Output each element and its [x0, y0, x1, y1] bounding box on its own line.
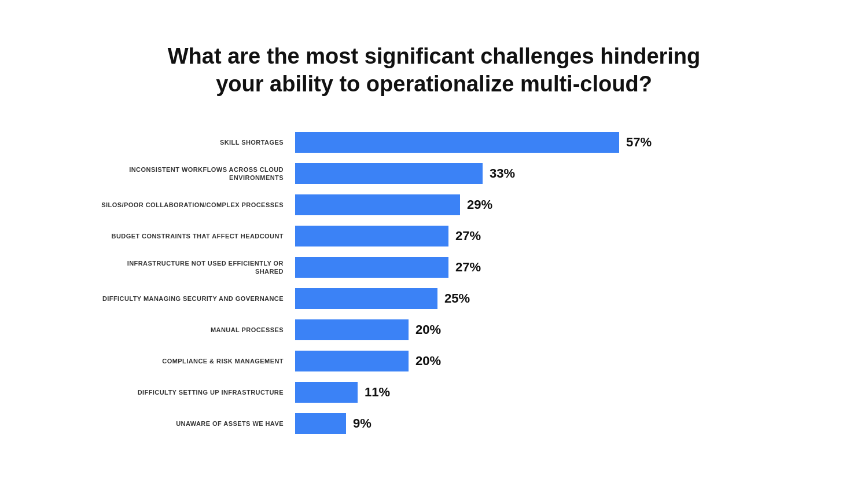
bar-track: 29% [295, 194, 770, 215]
bar-fill [295, 319, 409, 340]
bar-value: 33% [490, 166, 515, 181]
bar-fill [295, 163, 483, 184]
bar-track: 20% [295, 319, 770, 340]
bar-track: 25% [295, 288, 770, 309]
bar-label: DIFFICULTY MANAGING SECURITY AND GOVERNA… [98, 295, 295, 303]
bar-value: 20% [415, 322, 441, 337]
bar-label: DIFFICULTY SETTING UP INFRASTRUCTURE [98, 388, 295, 396]
bar-value: 57% [626, 135, 652, 150]
bar-row: DIFFICULTY SETTING UP INFRASTRUCTURE11% [98, 377, 770, 408]
bar-track: 20% [295, 351, 770, 371]
bar-fill [295, 382, 358, 403]
bar-row: UNAWARE OF ASSETS WE HAVE9% [98, 408, 770, 439]
bar-fill [295, 257, 448, 278]
bar-row: SKILL SHORTAGES57% [98, 127, 770, 158]
bar-row: INFRASTRUCTURE NOT USED EFFICIENTLY OR S… [98, 252, 770, 283]
bar-row: BUDGET CONSTRAINTS THAT AFFECT HEADCOUNT… [98, 220, 770, 252]
bar-row: MANUAL PROCESSES20% [98, 314, 770, 345]
bar-row: DIFFICULTY MANAGING SECURITY AND GOVERNA… [98, 283, 770, 314]
bar-fill [295, 194, 460, 215]
bar-label: MANUAL PROCESSES [98, 326, 295, 334]
bar-label: UNAWARE OF ASSETS WE HAVE [98, 420, 295, 428]
bar-track: 57% [295, 132, 770, 153]
bar-value: 29% [467, 197, 492, 212]
bar-fill [295, 288, 437, 309]
bar-label: BUDGET CONSTRAINTS THAT AFFECT HEADCOUNT [98, 232, 295, 240]
bar-track: 9% [295, 413, 770, 434]
bar-row: SILOS/POOR COLLABORATION/COMPLEX PROCESS… [98, 189, 770, 220]
bar-track: 11% [295, 382, 770, 403]
bar-label: COMPLIANCE & RISK MANAGEMENT [98, 357, 295, 365]
chart-title: What are the most significant challenges… [98, 43, 770, 98]
bar-track: 33% [295, 163, 770, 184]
bar-fill [295, 132, 619, 153]
bar-fill [295, 351, 409, 371]
bar-track: 27% [295, 226, 770, 246]
bar-value: 27% [455, 229, 481, 244]
bar-chart: SKILL SHORTAGES57%INCONSISTENT WORKFLOWS… [98, 127, 770, 439]
bar-value: 11% [365, 385, 390, 400]
bar-fill [295, 413, 346, 434]
bar-row: INCONSISTENT WORKFLOWS ACROSS CLOUD ENVI… [98, 158, 770, 189]
bar-value: 25% [444, 291, 470, 306]
bar-value: 20% [415, 354, 441, 369]
bar-row: COMPLIANCE & RISK MANAGEMENT20% [98, 345, 770, 377]
bar-label: SILOS/POOR COLLABORATION/COMPLEX PROCESS… [98, 201, 295, 209]
chart-container: What are the most significant challenges… [87, 20, 781, 462]
bar-label: SKILL SHORTAGES [98, 138, 295, 146]
bar-label: INFRASTRUCTURE NOT USED EFFICIENTLY OR S… [98, 259, 295, 276]
bar-label: INCONSISTENT WORKFLOWS ACROSS CLOUD ENVI… [98, 165, 295, 182]
bar-value: 27% [455, 260, 481, 275]
bar-value: 9% [353, 416, 372, 431]
bar-track: 27% [295, 257, 770, 278]
bar-fill [295, 226, 448, 246]
